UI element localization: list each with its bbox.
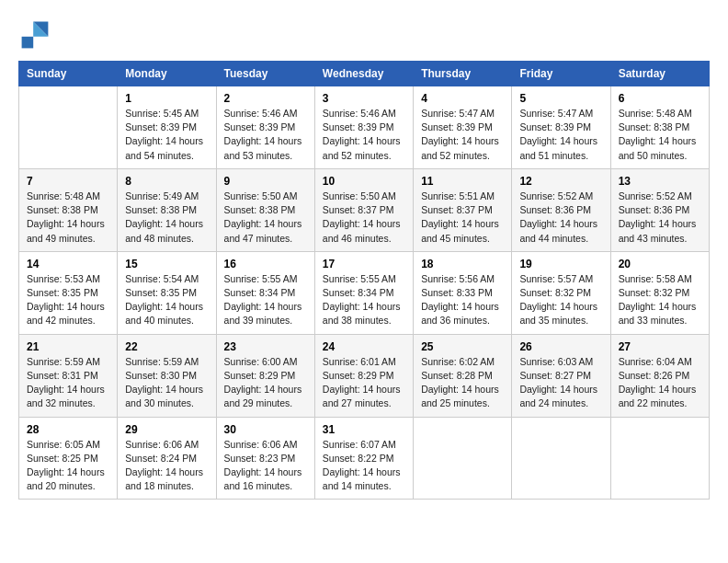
header-day: Saturday: [610, 62, 709, 86]
date-number: 27: [619, 340, 701, 353]
cell-content: Sunrise: 5:46 AMSunset: 8:39 PMDaylight:…: [224, 107, 307, 163]
header-day: Wednesday: [314, 62, 413, 86]
cell-content: Sunrise: 5:50 AMSunset: 8:37 PMDaylight:…: [323, 190, 405, 246]
date-number: 21: [27, 340, 109, 353]
calendar-cell: 1Sunrise: 5:45 AMSunset: 8:39 PMDaylight…: [118, 86, 216, 169]
date-number: 17: [323, 258, 405, 270]
header-day: Monday: [118, 62, 216, 86]
calendar-cell: 29Sunrise: 6:06 AMSunset: 8:24 PMDayligh…: [118, 417, 216, 500]
cell-content: Sunrise: 5:46 AMSunset: 8:39 PMDaylight:…: [323, 107, 405, 163]
calendar-week-row: 21Sunrise: 5:59 AMSunset: 8:31 PMDayligh…: [19, 334, 710, 417]
calendar-cell: 6Sunrise: 5:48 AMSunset: 8:38 PMDaylight…: [610, 86, 709, 169]
date-number: 14: [27, 258, 109, 270]
date-number: 22: [125, 340, 208, 353]
date-number: 8: [125, 175, 208, 188]
date-number: 13: [619, 175, 701, 188]
date-number: 15: [125, 258, 208, 270]
cell-content: Sunrise: 5:52 AMSunset: 8:36 PMDaylight:…: [619, 190, 701, 246]
cell-content: Sunrise: 5:55 AMSunset: 8:34 PMDaylight:…: [323, 272, 405, 328]
cell-content: Sunrise: 5:53 AMSunset: 8:35 PMDaylight:…: [27, 272, 109, 328]
date-number: 28: [27, 423, 109, 436]
date-number: 16: [224, 258, 307, 270]
date-number: 6: [619, 92, 701, 105]
cell-content: Sunrise: 6:04 AMSunset: 8:26 PMDaylight:…: [619, 355, 701, 411]
calendar-cell: 7Sunrise: 5:48 AMSunset: 8:38 PMDaylight…: [19, 168, 118, 251]
cell-content: Sunrise: 6:06 AMSunset: 8:23 PMDaylight:…: [224, 438, 307, 494]
cell-content: Sunrise: 5:52 AMSunset: 8:36 PMDaylight:…: [519, 190, 602, 246]
cell-content: Sunrise: 5:47 AMSunset: 8:39 PMDaylight:…: [519, 107, 602, 163]
date-number: 11: [421, 175, 504, 188]
calendar-cell: 27Sunrise: 6:04 AMSunset: 8:26 PMDayligh…: [610, 334, 709, 417]
calendar-cell: 18Sunrise: 5:56 AMSunset: 8:33 PMDayligh…: [414, 251, 512, 334]
date-number: 30: [224, 423, 307, 436]
calendar-cell: 9Sunrise: 5:50 AMSunset: 8:38 PMDaylight…: [216, 168, 314, 251]
cell-content: Sunrise: 5:45 AMSunset: 8:39 PMDaylight:…: [125, 107, 208, 163]
calendar-cell: 8Sunrise: 5:49 AMSunset: 8:38 PMDaylight…: [118, 168, 216, 251]
cell-content: Sunrise: 5:59 AMSunset: 8:30 PMDaylight:…: [125, 355, 208, 411]
date-number: 19: [519, 258, 602, 270]
calendar-cell: 3Sunrise: 5:46 AMSunset: 8:39 PMDaylight…: [314, 86, 413, 169]
cell-content: Sunrise: 5:48 AMSunset: 8:38 PMDaylight:…: [619, 107, 701, 163]
calendar-cell: 13Sunrise: 5:52 AMSunset: 8:36 PMDayligh…: [610, 168, 709, 251]
cell-content: Sunrise: 5:51 AMSunset: 8:37 PMDaylight:…: [421, 190, 504, 246]
cell-content: Sunrise: 5:49 AMSunset: 8:38 PMDaylight:…: [125, 190, 208, 246]
calendar-cell: [414, 417, 512, 500]
calendar-cell: 28Sunrise: 6:05 AMSunset: 8:25 PMDayligh…: [19, 417, 118, 500]
calendar-cell: [610, 417, 709, 500]
date-number: 4: [421, 92, 504, 105]
calendar-cell: 10Sunrise: 5:50 AMSunset: 8:37 PMDayligh…: [314, 168, 413, 251]
calendar-week-row: 28Sunrise: 6:05 AMSunset: 8:25 PMDayligh…: [19, 417, 710, 500]
calendar-week-row: 14Sunrise: 5:53 AMSunset: 8:35 PMDayligh…: [19, 251, 710, 334]
cell-content: Sunrise: 5:55 AMSunset: 8:34 PMDaylight:…: [224, 272, 307, 328]
header-day: Friday: [512, 62, 610, 86]
calendar-cell: 4Sunrise: 5:47 AMSunset: 8:39 PMDaylight…: [414, 86, 512, 169]
date-number: 20: [619, 258, 701, 270]
calendar-cell: 24Sunrise: 6:01 AMSunset: 8:29 PMDayligh…: [314, 334, 413, 417]
date-number: 18: [421, 258, 504, 270]
page-header: [18, 18, 710, 52]
cell-content: Sunrise: 6:01 AMSunset: 8:29 PMDaylight:…: [323, 355, 405, 411]
date-number: 12: [519, 175, 602, 188]
calendar-cell: 11Sunrise: 5:51 AMSunset: 8:37 PMDayligh…: [414, 168, 512, 251]
date-number: 24: [323, 340, 405, 353]
calendar-cell: 17Sunrise: 5:55 AMSunset: 8:34 PMDayligh…: [314, 251, 413, 334]
cell-content: Sunrise: 5:59 AMSunset: 8:31 PMDaylight:…: [27, 355, 109, 411]
calendar-cell: 2Sunrise: 5:46 AMSunset: 8:39 PMDaylight…: [216, 86, 314, 169]
cell-content: Sunrise: 5:47 AMSunset: 8:39 PMDaylight:…: [421, 107, 504, 163]
calendar-cell: 23Sunrise: 6:00 AMSunset: 8:29 PMDayligh…: [216, 334, 314, 417]
calendar-cell: 14Sunrise: 5:53 AMSunset: 8:35 PMDayligh…: [19, 251, 118, 334]
calendar-cell: [512, 417, 610, 500]
cell-content: Sunrise: 5:54 AMSunset: 8:35 PMDaylight:…: [125, 272, 208, 328]
cell-content: Sunrise: 6:03 AMSunset: 8:27 PMDaylight:…: [519, 355, 602, 411]
header-row: SundayMondayTuesdayWednesdayThursdayFrid…: [19, 62, 710, 86]
calendar-table: SundayMondayTuesdayWednesdayThursdayFrid…: [18, 61, 710, 500]
date-number: 26: [519, 340, 602, 353]
calendar-cell: 31Sunrise: 6:07 AMSunset: 8:22 PMDayligh…: [314, 417, 413, 500]
header-day: Thursday: [414, 62, 512, 86]
cell-content: Sunrise: 6:07 AMSunset: 8:22 PMDaylight:…: [323, 438, 405, 494]
date-number: 31: [323, 423, 405, 436]
date-number: 1: [125, 92, 208, 105]
date-number: 25: [421, 340, 504, 353]
date-number: 29: [125, 423, 208, 436]
cell-content: Sunrise: 6:06 AMSunset: 8:24 PMDaylight:…: [125, 438, 208, 494]
logo: [18, 18, 55, 52]
svg-rect-2: [22, 37, 34, 49]
calendar-cell: 22Sunrise: 5:59 AMSunset: 8:30 PMDayligh…: [118, 334, 216, 417]
date-number: 3: [323, 92, 405, 105]
calendar-cell: 19Sunrise: 5:57 AMSunset: 8:32 PMDayligh…: [512, 251, 610, 334]
cell-content: Sunrise: 5:48 AMSunset: 8:38 PMDaylight:…: [27, 190, 109, 246]
date-number: 10: [323, 175, 405, 188]
header-day: Tuesday: [216, 62, 314, 86]
date-number: 5: [519, 92, 602, 105]
logo-icon: [18, 18, 51, 52]
calendar-cell: 12Sunrise: 5:52 AMSunset: 8:36 PMDayligh…: [512, 168, 610, 251]
date-number: 2: [224, 92, 307, 105]
calendar-cell: 30Sunrise: 6:06 AMSunset: 8:23 PMDayligh…: [216, 417, 314, 500]
calendar-cell: 16Sunrise: 5:55 AMSunset: 8:34 PMDayligh…: [216, 251, 314, 334]
header-day: Sunday: [19, 62, 118, 86]
cell-content: Sunrise: 6:05 AMSunset: 8:25 PMDaylight:…: [27, 438, 109, 494]
cell-content: Sunrise: 5:50 AMSunset: 8:38 PMDaylight:…: [224, 190, 307, 246]
cell-content: Sunrise: 6:00 AMSunset: 8:29 PMDaylight:…: [224, 355, 307, 411]
calendar-cell: 15Sunrise: 5:54 AMSunset: 8:35 PMDayligh…: [118, 251, 216, 334]
